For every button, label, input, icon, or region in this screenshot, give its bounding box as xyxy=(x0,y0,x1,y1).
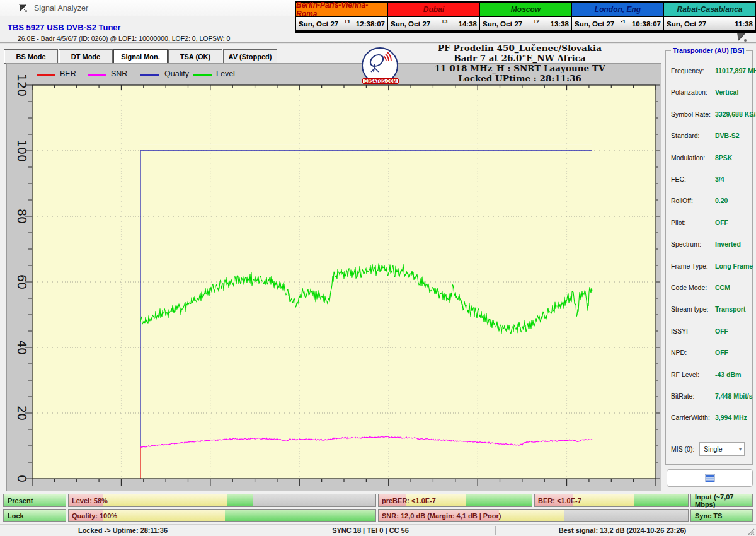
transponder-label: Frequency: xyxy=(671,67,704,74)
gauge-label: SNR: 12,0 dB (Margin: 4,1 dB | Poor) xyxy=(382,510,501,521)
transponder-label: Symbol Rate: xyxy=(671,110,711,118)
transponder-label: Polarization: xyxy=(671,88,707,96)
tuner-title: TBS 5927 USB DVB-S2 Tuner xyxy=(8,23,121,32)
tab-tsa-ok-[interactable]: TSA (OK) xyxy=(168,49,222,64)
gauge-zone-rest xyxy=(564,510,688,521)
clock-date: Sun, Oct 27 xyxy=(575,20,614,28)
clock-utc-offset: +1 xyxy=(338,18,356,25)
legend-label-ber: BER xyxy=(60,69,76,78)
tab-av-stopped-[interactable]: AV (Stopped) xyxy=(223,49,277,64)
gauge-zone-yellow xyxy=(499,510,564,521)
window-title: Signal Analyzer xyxy=(34,4,88,13)
clock-time: 11:38 xyxy=(735,20,753,28)
status-uptime: Locked -> Uptime: 28:11:36 xyxy=(0,527,246,534)
transponder-label: ISSYI xyxy=(671,327,688,335)
clock-time-cell: Sun, Oct 2711:38 xyxy=(664,17,755,30)
transponder-value: 7,448 Mbit/s xyxy=(715,392,753,400)
transponder-label: Spectrum: xyxy=(671,240,701,248)
transponder-value: CCM xyxy=(715,284,730,291)
clock-time: 14:38 xyxy=(459,20,477,28)
clock-date: Sun, Oct 27 xyxy=(667,20,706,28)
transponder-label: FEC: xyxy=(671,175,686,183)
gauge-zone-yellow xyxy=(103,494,227,506)
transponder-label: Standard: xyxy=(671,132,700,139)
transponder-label: Modulation: xyxy=(671,154,705,161)
clock-date: Sun, Oct 27 xyxy=(391,20,430,28)
transponder-panel: Transponder (AU) [BS] Frequency:11017,89… xyxy=(665,50,753,465)
y-axis-tick-label: 120 xyxy=(15,74,29,96)
y-axis-tick-label: 0 xyxy=(15,475,29,482)
gauge-bar-level: Level: 58% xyxy=(68,494,376,507)
transponder-value: 0.20 xyxy=(715,197,728,204)
gauge-bar-preber: preBER: <1.0E-7 xyxy=(378,494,532,507)
dxsatcs-logo: DXSATCS.COM xyxy=(362,47,398,84)
transponder-value: -43 dBm xyxy=(715,371,741,378)
legend-swatch-ber xyxy=(37,74,55,76)
mis-select[interactable]: Single ▾ xyxy=(699,442,745,456)
gauge-label: preBER: <1.0E-7 xyxy=(382,494,436,506)
transponder-value: Long Frame xyxy=(715,262,753,270)
gauge-zone-green xyxy=(466,494,532,506)
mis-select-value: Single xyxy=(704,445,722,453)
resize-grip[interactable] xyxy=(747,528,755,536)
transponder-label: Pilot: xyxy=(671,219,685,226)
list-icon xyxy=(705,474,715,482)
transponder-value: DVB-S2 xyxy=(715,132,740,139)
signal-history-chart: 020406080100120 xyxy=(7,64,661,491)
badge-input: Input (~7,07 Mbps) xyxy=(690,494,753,507)
transponder-value: Transport xyxy=(715,305,745,313)
y-axis-tick-label: 60 xyxy=(15,274,29,289)
mis-row: MIS (0): Single ▾ xyxy=(671,442,747,456)
gauge-bar-ber: BER: <1.0E-7 xyxy=(534,494,689,507)
legend-label-snr: SNR xyxy=(111,69,127,78)
transponder-label: Stream type: xyxy=(671,305,709,313)
transponder-value: OFF xyxy=(715,327,728,335)
y-axis-tick-label: 20 xyxy=(15,405,29,421)
session-header-line: 11 018 MHz_H : SNRT Laayoune TV xyxy=(378,63,662,73)
gauge-label: BER: <1.0E-7 xyxy=(538,494,581,506)
session-header: PF Prodelin 450_Lučenec/SlovakiaBadr 7 a… xyxy=(378,43,662,83)
session-header-line: Badr 7 at 26.0°E_NW Africa xyxy=(378,53,662,63)
clock-time: 12:38:07 xyxy=(356,20,385,28)
y-axis-tick-label: 100 xyxy=(15,139,29,162)
clock-column: Rabat-CasablancaSun, Oct 2711:38 xyxy=(664,3,755,32)
y-axis-tick-label: 80 xyxy=(15,209,29,224)
gauge-label: Level: 58% xyxy=(72,494,108,506)
clock-column: London, EngSun, Oct 27-110:38:07 xyxy=(572,3,664,32)
transponder-label: BitRate: xyxy=(671,392,694,400)
tab-dt-mode[interactable]: DT Mode xyxy=(59,49,113,64)
clock-utc-offset: +3 xyxy=(430,18,458,25)
status-sync: SYNC 18 | TEI 0 | CC 56 xyxy=(246,527,495,534)
tab-signal-mon-[interactable]: Signal Mon. xyxy=(113,49,168,64)
transponder-value: 3,994 MHz xyxy=(715,414,747,421)
badge-present: Present xyxy=(3,494,66,507)
transponder-value: 3329,688 KS/s xyxy=(715,110,756,118)
gauge-zone-green xyxy=(227,494,253,506)
tuner-subtitle: 26.0E - Badr 4/5/6/7 (ID: 0260) @ LOF1: … xyxy=(18,35,230,42)
legend-label-quality: Quality xyxy=(164,69,189,78)
tab-bs-mode[interactable]: BS Mode xyxy=(4,49,58,64)
transponder-value: Vertical xyxy=(715,88,738,96)
clock-column: DubaiSun, Oct 27+314:38 xyxy=(388,3,480,32)
y-axis-tick-label: 40 xyxy=(15,340,29,355)
clock-city-header: Dubai xyxy=(388,3,479,17)
legend-swatch-level xyxy=(193,74,212,76)
clock-time: 10:38:07 xyxy=(632,20,661,28)
gauge-zone-green xyxy=(225,510,375,521)
transponder-value: OFF xyxy=(715,219,728,226)
clock-time-cell: Sun, Oct 27+112:38:07 xyxy=(296,17,387,30)
transponder-list-button[interactable] xyxy=(667,469,753,487)
legend-swatch-quality xyxy=(140,74,159,76)
clock-time-cell: Sun, Oct 27+213:38 xyxy=(480,17,571,30)
transponder-value: 3/4 xyxy=(715,175,724,183)
transponder-value: OFF xyxy=(715,349,728,356)
status-bar: Locked -> Uptime: 28:11:36 SYNC 18 | TEI… xyxy=(0,524,756,536)
gauge-bar-quality: Quality: 100% xyxy=(68,509,376,522)
badge-lock: Lock xyxy=(3,509,66,522)
clock-column: MoscowSun, Oct 27+213:38 xyxy=(480,3,572,32)
transponder-value: 8PSK xyxy=(715,154,732,161)
gauge-zone-green xyxy=(634,494,688,506)
transponder-value: Inverted xyxy=(715,240,741,248)
mis-label: MIS (0): xyxy=(671,445,694,453)
clock-city-header: Moscow xyxy=(480,3,571,17)
